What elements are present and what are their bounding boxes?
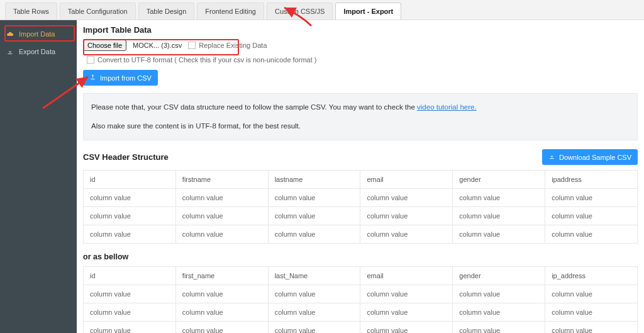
convert-utf8-checkbox[interactable]: Convert to UTF-8 format ( Check this if … (87, 56, 316, 64)
table-cell: column value (175, 207, 268, 225)
import-button-label: Import from CSV (100, 74, 152, 82)
page-root: Table Rows Table Configuration Table Des… (0, 0, 644, 333)
choose-file-button[interactable]: Choose file (83, 40, 126, 51)
table-row: column value column value column value c… (84, 207, 638, 225)
checkbox-icon (87, 56, 94, 64)
table-cell: column value (360, 207, 453, 225)
table-header-cell: gender (453, 171, 545, 189)
table-cell: column value (545, 303, 638, 322)
chosen-file-name: MOCK... (3).csv (133, 42, 182, 49)
table-header-cell: ip_address (545, 267, 638, 285)
import-from-csv-button[interactable]: Import from CSV (83, 70, 158, 86)
tab-table-configuration[interactable]: Table Configuration (60, 3, 136, 20)
table-row: column value column value column value c… (84, 225, 638, 244)
table-cell: column value (84, 225, 176, 244)
table-cell: column value (268, 303, 360, 322)
table-header-cell: firstname (175, 171, 268, 189)
tab-import-export[interactable]: Import - Export (335, 3, 401, 20)
table-cell: column value (84, 322, 176, 333)
sidebar-item-label: Import Data (19, 30, 55, 38)
table-cell: column value (84, 189, 176, 207)
table-cell: column value (268, 285, 360, 303)
table-cell: column value (268, 322, 360, 333)
table-row: column value column value column value c… (84, 285, 638, 303)
table-header-row: id first_name last_Name email gender ip_… (84, 267, 638, 285)
panel-title: Import Table Data (83, 25, 638, 35)
table-cell: column value (453, 303, 545, 322)
tab-frontend-editing[interactable]: Frontend Editing (197, 3, 264, 20)
csv-header-structure-title: CSV Header Structure (83, 152, 169, 162)
table-cell: column value (545, 322, 638, 333)
table-header-cell: first_name (175, 267, 268, 285)
body-split: Import Data Export Data Import Table Dat… (0, 20, 644, 333)
tab-table-rows[interactable]: Table Rows (5, 3, 57, 20)
table-cell: column value (453, 189, 545, 207)
sidebar-item-label: Export Data (19, 48, 55, 55)
note-line-2: Also make sure the content is in UTF-8 f… (91, 120, 630, 133)
convert-utf8-label: Convert to UTF-8 format ( Check this if … (97, 56, 316, 64)
table-cell: column value (453, 285, 545, 303)
table-cell: column value (453, 322, 545, 333)
table-header-cell: lastname (268, 171, 360, 189)
table-cell: column value (360, 285, 453, 303)
table-row: column value column value column value c… (84, 189, 638, 207)
tabs-bar: Table Rows Table Configuration Table Des… (0, 0, 644, 20)
download-sample-csv-button[interactable]: Download Sample CSV (542, 149, 638, 165)
table-cell: column value (545, 207, 638, 225)
table-cell: column value (84, 285, 176, 303)
table-cell: column value (545, 285, 638, 303)
or-as-below-heading: or as bellow (83, 252, 638, 261)
table-cell: column value (360, 303, 453, 322)
table-row: column value column value column value c… (84, 322, 638, 333)
tab-table-design[interactable]: Table Design (138, 3, 195, 20)
table-cell: column value (453, 225, 545, 244)
table-cell: column value (268, 225, 360, 244)
table-header-cell: email (360, 267, 453, 285)
table-header-cell: gender (453, 267, 545, 285)
table-cell: column value (175, 225, 268, 244)
table-cell: column value (268, 207, 360, 225)
table-cell: column value (175, 285, 268, 303)
note-line-1-text: Please note that, your CSV data structur… (91, 103, 417, 111)
cloud-up-icon (6, 30, 14, 38)
table-cell: column value (175, 189, 268, 207)
checkbox-icon (188, 42, 196, 49)
table-cell: column value (360, 322, 453, 333)
sample-table-1: id firstname lastname email gender ipadd… (83, 170, 638, 244)
table-header-cell: id (84, 171, 176, 189)
convert-utf8-row: Convert to UTF-8 format ( Check this if … (87, 56, 638, 64)
download-button-label: Download Sample CSV (559, 154, 631, 161)
table-cell: column value (175, 303, 268, 322)
sample-table-2: id first_name last_Name email gender ip_… (83, 266, 638, 333)
replace-existing-label: Replace Existing Data (199, 42, 267, 49)
table-cell: column value (360, 189, 453, 207)
table-cell: column value (268, 189, 360, 207)
file-row: Choose file MOCK... (3).csv Replace Exis… (83, 40, 638, 51)
upload-icon (89, 74, 96, 82)
table-header-cell: id (84, 267, 176, 285)
table-header-row: id firstname lastname email gender ipadd… (84, 171, 638, 189)
table-cell: column value (453, 207, 545, 225)
note-line-1: Please note that, your CSV data structur… (91, 101, 630, 114)
note-card: Please note that, your CSV data structur… (83, 93, 638, 140)
table-cell: column value (545, 189, 638, 207)
sidebar-item-import-data[interactable]: Import Data (0, 25, 77, 43)
tab-custom-css-js[interactable]: Custom CSS/JS (267, 3, 333, 20)
csv-header-structure-row: CSV Header Structure Download Sample CSV (83, 149, 638, 165)
main-content: Import Table Data Choose file MOCK... (3… (77, 20, 644, 333)
table-cell: column value (360, 225, 453, 244)
sidebar-item-export-data[interactable]: Export Data (0, 43, 77, 60)
table-row: column value column value column value c… (84, 303, 638, 322)
video-tutorial-link[interactable]: video tutorial here. (417, 103, 477, 111)
replace-existing-checkbox[interactable]: Replace Existing Data (188, 42, 267, 49)
table-cell: column value (175, 322, 268, 333)
download-icon (6, 48, 14, 55)
table-cell: column value (84, 303, 176, 322)
table-cell: column value (545, 225, 638, 244)
download-icon (548, 153, 555, 161)
table-header-cell: ipaddress (545, 171, 638, 189)
table-cell: column value (84, 207, 176, 225)
sidebar: Import Data Export Data (0, 20, 77, 333)
table-header-cell: email (360, 171, 453, 189)
table-header-cell: last_Name (268, 267, 360, 285)
